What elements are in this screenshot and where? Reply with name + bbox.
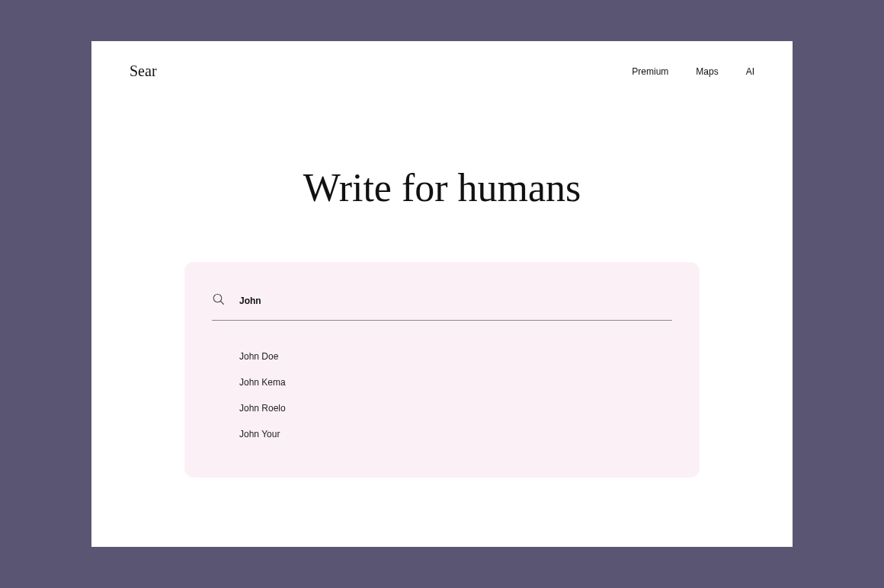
search-icon: [212, 292, 226, 309]
search-panel: John Doe John Kema John Roelo John Your: [184, 262, 700, 478]
search-row: [212, 292, 672, 321]
nav-link-maps[interactable]: Maps: [696, 66, 718, 77]
nav-link-ai[interactable]: AI: [746, 66, 754, 77]
header: Sear Premium Maps AI: [91, 41, 793, 80]
hero-title: Write for humans: [91, 165, 793, 210]
suggestion-item[interactable]: John Your: [239, 421, 672, 447]
svg-point-0: [213, 294, 222, 302]
suggestion-item[interactable]: John Roelo: [239, 395, 672, 421]
suggestion-item[interactable]: John Doe: [239, 344, 672, 369]
nav-link-premium[interactable]: Premium: [632, 66, 668, 77]
nav: Premium Maps AI: [632, 66, 754, 77]
svg-line-1: [220, 301, 224, 305]
search-suggestions: John Doe John Kema John Roelo John Your: [212, 344, 672, 447]
page-card: Sear Premium Maps AI Write for humans Jo…: [91, 41, 793, 547]
suggestion-item[interactable]: John Kema: [239, 369, 672, 395]
search-input[interactable]: [239, 296, 672, 306]
logo[interactable]: Sear: [130, 62, 157, 80]
